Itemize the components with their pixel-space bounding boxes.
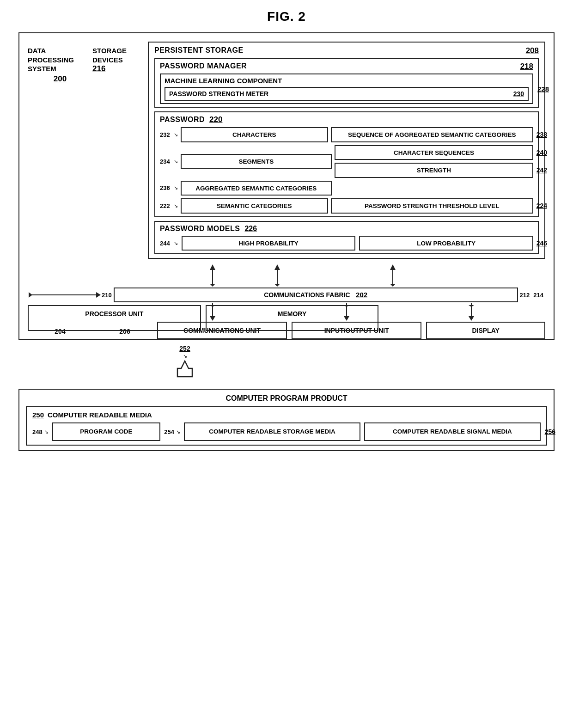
svg-marker-16 [210, 316, 215, 321]
high-probability-box: HIGH PROBABILITY [182, 236, 356, 251]
svg-marker-1 [210, 264, 215, 270]
svg-marker-27 [177, 361, 192, 377]
cpp-outer-box: COMPUTER PROGRAM PRODUCT 250 COMPUTER RE… [18, 389, 555, 451]
svg-marker-9 [390, 264, 396, 270]
data-processing-system-label: DATA PROCESSING SYSTEM 200 [28, 46, 92, 84]
password-manager-box: PASSWORD MANAGER 218 MACHINE LEARNING CO… [154, 58, 539, 108]
password-strength-threshold-box: PASSWORD STRENGTH THRESHOLD LEVEL 224 [331, 198, 533, 214]
svg-marker-24 [469, 316, 474, 321]
persistent-storage-box: PERSISTENT STORAGE 208 PASSWORD MANAGER … [148, 42, 545, 259]
sequence-aggregated-box: SEQUENCE OF AGGREGATED SEMANTIC CATEGORI… [331, 127, 533, 142]
crm-box: 250 COMPUTER READABLE MEDIA 248 ↘ PROGRA… [26, 406, 547, 446]
program-code-box: PROGRAM CODE [52, 422, 161, 441]
svg-marker-26 [469, 305, 474, 307]
low-probability-box: LOW PROBABILITY 246 [359, 236, 533, 251]
svg-marker-5 [274, 264, 280, 270]
storage-devices-label: STORAGE DEVICES 216 [92, 46, 148, 73]
communications-unit-box: COMMUNICATIONS UNIT [157, 322, 287, 339]
svg-marker-14 [96, 292, 101, 298]
ml-component-box: MACHINE LEARNING COMPONENT PASSWORD STRE… [160, 73, 533, 104]
arrows-down-svg [148, 303, 545, 322]
strength-box: STRENGTH 242 [335, 163, 533, 178]
password-section-box: PASSWORD 220 232 ↘ CHARACTERS SEQUENCE O… [154, 111, 539, 217]
segments-box: SEGMENTS [181, 154, 332, 169]
fig-title: FIG. 2 [267, 9, 306, 24]
semantic-categories-box: SEMANTIC CATEGORIES [181, 198, 328, 214]
password-strength-meter-box: PASSWORD STRENGTH METER 230 [165, 87, 529, 101]
main-system-box: DATA PROCESSING SYSTEM 200 STORAGE DEVIC… [18, 32, 555, 340]
cr-signal-media-box: COMPUTER READABLE SIGNAL MEDIA 256 [364, 422, 541, 441]
display-box: DISPLAY [426, 322, 545, 339]
svg-marker-20 [344, 316, 349, 321]
svg-marker-13 [29, 292, 32, 298]
aggregated-semantic-box: AGGREGATED SEMANTIC CATEGORIES [181, 181, 332, 196]
characters-box: CHARACTERS [181, 127, 328, 142]
cr-storage-media-box: COMPUTER READABLE STORAGE MEDIA [184, 422, 360, 441]
svg-marker-22 [344, 305, 349, 307]
password-models-box: PASSWORD MODELS 226 244 ↘ HIGH PROBABILI… [154, 221, 539, 255]
arrows-top-svg [148, 263, 545, 287]
io-unit-box: INPUT/OUTPUT UNIT [292, 322, 421, 339]
cpp-arrow-svg [176, 359, 194, 378]
svg-marker-18 [210, 305, 215, 307]
character-sequences-box: CHARACTER SEQUENCES 240 [335, 145, 533, 160]
left-horizontal-arrow-svg [28, 287, 102, 303]
